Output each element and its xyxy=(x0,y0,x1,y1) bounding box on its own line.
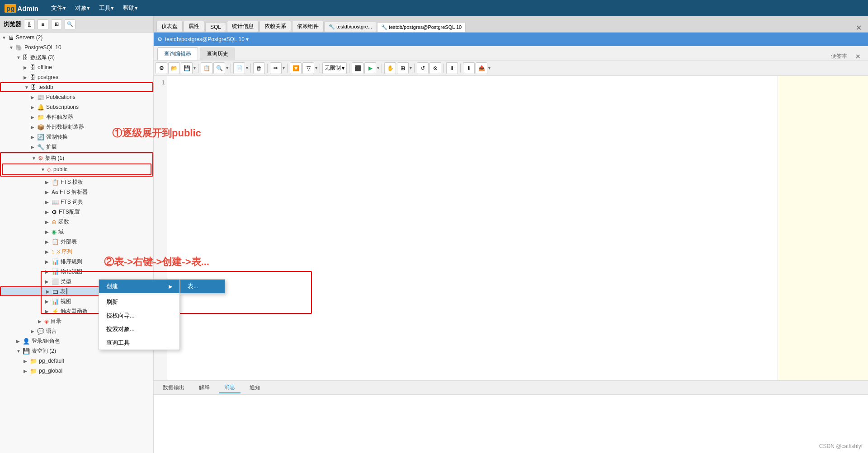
menu-file[interactable]: 文件▾ xyxy=(47,2,70,14)
tree-domains[interactable]: ▶ ◉ 域 xyxy=(0,227,153,237)
view-arrow[interactable]: ▾ xyxy=(410,65,412,70)
tree-cast[interactable]: ▶ 🔄 强制转换 xyxy=(0,132,153,142)
tab-querytool-1[interactable]: 🔧 testdb/postgre... xyxy=(325,22,376,32)
tree-postgres[interactable]: ▶ 🗄 postgres xyxy=(0,72,153,82)
separator-4 xyxy=(267,64,268,73)
collations-label: 排序规则 xyxy=(61,258,82,266)
exec-arrow[interactable]: ▾ xyxy=(246,65,248,70)
editor-area[interactable] xyxy=(167,76,778,380)
btn-download[interactable]: ⬇ xyxy=(463,62,475,74)
filter-arrow[interactable]: ▾ xyxy=(315,65,317,70)
edit-arrow[interactable]: ▾ xyxy=(283,65,285,70)
tree-postgresql[interactable]: ▼ 🐘 PostgreSQL 10 xyxy=(0,42,153,52)
ctx-grant-wizard[interactable]: 授权向导... xyxy=(99,309,179,322)
btn-save-data[interactable]: ⬆ xyxy=(446,62,458,74)
save-arrow[interactable]: ▾ xyxy=(193,65,196,70)
tree-servers[interactable]: ▼ 🖥 Servers (2) xyxy=(0,33,153,42)
browser-btn-2[interactable]: ≡ xyxy=(38,19,48,29)
btn-edit[interactable]: ✏ xyxy=(270,62,282,74)
menu-help[interactable]: 帮助▾ xyxy=(119,2,142,14)
tab-dependents[interactable]: 依赖组件 xyxy=(292,21,324,32)
tab-sql[interactable]: SQL xyxy=(205,22,226,32)
btn-run[interactable]: ▶ xyxy=(364,62,376,74)
ctx-query-tool[interactable]: 查询工具 xyxy=(99,336,179,350)
tree-subscriptions[interactable]: ▶ 🔔 Subscriptions xyxy=(0,102,153,112)
result-tab-notify[interactable]: 通知 xyxy=(244,383,266,393)
fdw-label: 外部数据封装器 xyxy=(46,123,84,131)
btn-stop[interactable]: ⬛ xyxy=(352,62,363,74)
tree-foreign-tables[interactable]: ▶ 📋 外部表 xyxy=(0,237,153,247)
tree-extensions[interactable]: ▶ 🔧 扩展 xyxy=(0,142,153,152)
tree-schemas[interactable]: ▼ ⚙ 架构 (1) xyxy=(1,153,152,163)
close-query-editor[interactable]: ✕ xyxy=(852,53,864,60)
menu-object[interactable]: 对象▾ xyxy=(71,2,94,14)
tree-functions[interactable]: ▶ ⊕ 函数 xyxy=(0,217,153,227)
tree-arrow: ▶ xyxy=(24,359,30,364)
tab-querytool-2[interactable]: 🔧 testdb/postgres@PostgreSQL 10 xyxy=(377,22,466,32)
tree-fts-dict[interactable]: ▶ 📖 FTS 词典 xyxy=(0,197,153,207)
tab-statistics[interactable]: 统计信息 xyxy=(227,21,259,32)
browser-btn-3[interactable]: ⊞ xyxy=(51,19,62,29)
btn-clear[interactable]: ⊗ xyxy=(429,62,441,74)
result-tab-messages[interactable]: 消息 xyxy=(219,382,241,393)
browser-search-btn[interactable]: 🔍 xyxy=(65,19,75,29)
close-tab-btn[interactable]: ✕ xyxy=(852,23,865,32)
tree-event-triggers[interactable]: ▶ 📁 事件触发器 xyxy=(0,112,153,122)
find-arrow[interactable]: ▾ xyxy=(226,65,228,70)
sub-menu: 表... xyxy=(180,279,225,294)
tree-fdw[interactable]: ▶ 📦 外部数据封装器 xyxy=(0,122,153,132)
btn-open[interactable]: 📂 xyxy=(168,62,180,74)
btn-hand[interactable]: ✋ xyxy=(384,62,396,74)
tree-publications[interactable]: ▶ 📰 Publications xyxy=(0,92,153,102)
btn-execute-query[interactable]: 📄 xyxy=(233,62,245,74)
run-arrow[interactable]: ▾ xyxy=(377,65,379,70)
tree-offline[interactable]: ▶ 🗄 offline xyxy=(0,62,153,72)
browser-btn-1[interactable]: 🗄 xyxy=(24,19,35,29)
tree-sequences[interactable]: ▶ 1..3 序列 xyxy=(0,247,153,257)
ctx-refresh[interactable]: 刷新 xyxy=(99,295,179,309)
tree-databases[interactable]: ▼ 🗄 数据库 (3) xyxy=(0,52,153,62)
limit-dropdown[interactable]: 无限制 ▾ xyxy=(322,62,347,74)
btn-upload[interactable]: 📤 xyxy=(476,62,487,74)
schemas-label: 架构 (1) xyxy=(45,154,64,162)
btn-refresh[interactable]: ↺ xyxy=(417,62,429,74)
ctx-search-objects[interactable]: 搜索对象... xyxy=(99,322,179,336)
upload-arrow[interactable]: ▾ xyxy=(488,65,491,70)
ctx-create[interactable]: 创建 ▶ xyxy=(99,280,179,293)
separator-3 xyxy=(250,64,251,73)
tree-fts-parser[interactable]: ▶ Aa FTS 解析器 xyxy=(0,187,153,197)
tree-public[interactable]: ▼ ◇ public xyxy=(3,164,151,174)
tree-pg-global[interactable]: ▶ 📁 pg_global xyxy=(0,366,153,376)
sticky-note-label[interactable]: 便签本 xyxy=(827,52,851,60)
btn-find[interactable]: 🔍 xyxy=(213,62,225,74)
tab-dependencies[interactable]: 依赖关系 xyxy=(259,21,291,32)
btn-open-file[interactable]: ⚙ xyxy=(156,62,167,74)
collations-icon: 📊 xyxy=(52,258,59,265)
btn-filter-2[interactable]: ▽ xyxy=(302,62,314,74)
tab-properties[interactable]: 属性 xyxy=(184,21,204,32)
tree-fts-config[interactable]: ▶ ⚙ FTS配置 xyxy=(0,207,153,217)
fts-template-icon: 📋 xyxy=(52,179,59,186)
connection-dropdown[interactable]: testdb/postgres@PostgreSQL 10 ▾ xyxy=(165,36,249,42)
btn-delete[interactable]: 🗑 xyxy=(253,62,265,74)
sequences-label: 序列 xyxy=(61,248,72,256)
result-tab-explain[interactable]: 解释 xyxy=(193,383,215,393)
result-tab-data[interactable]: 数据输出 xyxy=(157,383,190,393)
tab-query-history[interactable]: 查询历史 xyxy=(200,47,235,60)
fts-parser-icon: Aa xyxy=(52,189,58,195)
tree-pg-default[interactable]: ▶ 📁 pg_default xyxy=(0,356,153,366)
tree-collations[interactable]: ▶ 📊 排序规则 xyxy=(0,257,153,266)
btn-save[interactable]: 💾 xyxy=(181,62,193,74)
tab-query-editor[interactable]: 查询编辑器 xyxy=(157,47,198,60)
menu-tools[interactable]: 工具▾ xyxy=(95,2,118,14)
submenu-table[interactable]: 表... xyxy=(180,280,225,293)
tree-fts-template[interactable]: ▶ 📋 FTS 模板 xyxy=(0,177,153,187)
btn-filter[interactable]: 🔽 xyxy=(290,62,302,74)
btn-table-view[interactable]: ⊞ xyxy=(397,62,409,74)
tree-testdb[interactable]: ▼ 🗄 testdb xyxy=(0,82,153,92)
btn-copy[interactable]: 📋 xyxy=(201,62,212,74)
tab-dashboard[interactable]: 仪表盘 xyxy=(156,21,183,32)
tree-arrow: ▶ xyxy=(46,289,52,294)
tree-mat-views[interactable]: ▶ 📊 物化视图 xyxy=(0,266,153,276)
sequences-icon: 1..3 xyxy=(52,249,60,254)
